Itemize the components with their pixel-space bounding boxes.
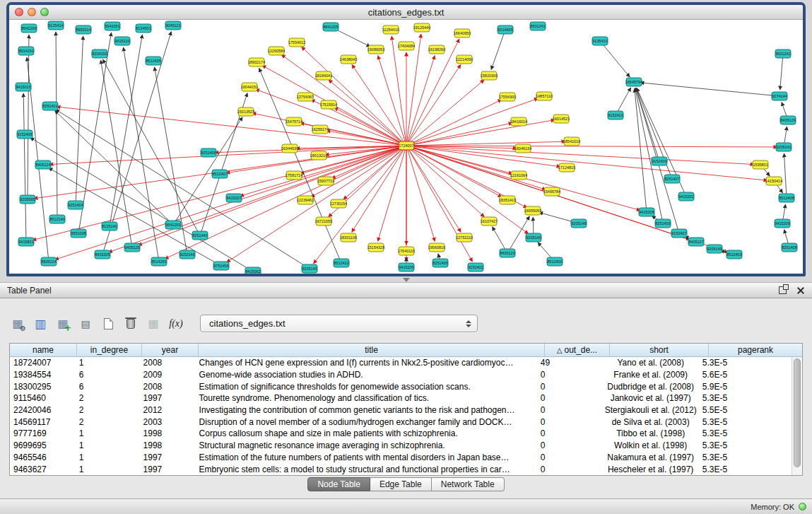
graph-node[interactable]: 9152408 — [17, 130, 33, 139]
graph-node[interactable]: 9274144 — [772, 92, 787, 100]
graph-node[interactable]: 8405120 — [500, 249, 515, 257]
graph-node[interactable]: 8251406 — [201, 148, 216, 157]
graph-node[interactable]: 9551038 — [71, 229, 86, 238]
graph-node[interactable]: 14638040 — [340, 55, 357, 64]
graph-node[interactable]: 16107427 — [481, 217, 498, 226]
create-table-button[interactable] — [99, 315, 117, 333]
row-options-button[interactable]: ▤ — [76, 315, 95, 333]
graph-node[interactable]: 17554300 — [499, 93, 516, 101]
graph-node[interactable]: 9251404 — [68, 201, 83, 209]
graph-node[interactable]: 9415202 — [678, 192, 694, 201]
graph-node[interactable]: 8204150 — [92, 49, 107, 58]
table-row[interactable]: 977716911998Corpus callosum shape and si… — [10, 428, 792, 440]
graph-node[interactable]: 8512410 — [334, 259, 349, 267]
graph-node[interactable]: 9205140 — [526, 233, 541, 242]
graph-node[interactable]: 12214090 — [456, 55, 473, 64]
column-header-in-degree[interactable]: in_degree — [77, 344, 142, 356]
graph-node[interactable]: 9152140 — [180, 250, 195, 259]
edit-columns-button[interactable]: ▦+ — [54, 315, 72, 333]
close-window-button[interactable] — [15, 8, 23, 16]
graph-node[interactable]: 14150414 — [765, 177, 782, 185]
graph-node[interactable]: 19125440 — [413, 23, 430, 32]
graph-node[interactable]: 15013525 — [237, 107, 254, 116]
graph-node[interactable]: 16198260 — [428, 45, 445, 54]
column-header-pagerank[interactable]: pagerank — [709, 344, 802, 356]
tab-node-table[interactable]: Node Table — [307, 477, 370, 491]
graph-node[interactable]: 12730154 — [330, 199, 347, 208]
show-hide-columns-button[interactable]: ▥ — [31, 315, 49, 333]
graph-node[interactable]: 16721055 — [315, 217, 332, 226]
graph-node[interactable]: 17124815 — [558, 163, 575, 172]
graph-node[interactable]: 17554012 — [288, 38, 305, 47]
tab-network-table[interactable]: Network Table — [432, 477, 505, 491]
graph-node[interactable]: 16955059 — [524, 206, 541, 215]
graph-node[interactable]: 8841205 — [323, 23, 339, 31]
graph-node[interactable]: 9152409 — [652, 157, 667, 165]
table-selector[interactable]: citations_edges.txt — [200, 315, 478, 332]
graph-node[interactable]: 8124501 — [136, 24, 151, 33]
graph-node[interactable]: 9205145 — [302, 264, 317, 273]
graph-node[interactable]: 16645794 — [625, 78, 642, 86]
graph-node[interactable]: 9045121 — [165, 21, 181, 30]
graph-node[interactable]: 9405125 — [124, 243, 140, 252]
graph-node[interactable]: 12754367 — [297, 93, 314, 101]
graph-node[interactable]: 9415821 — [18, 238, 34, 246]
graph-node[interactable]: 9205141 — [776, 143, 792, 151]
table-row[interactable]: 1938455462009Genome-wide association stu… — [10, 369, 792, 381]
graph-node[interactable]: 16046134 — [514, 144, 531, 153]
graph-node[interactable]: 12752110 — [456, 233, 473, 242]
graph-node[interactable]: 9135410 — [592, 37, 608, 45]
graph-node[interactable]: 9541051 — [105, 22, 120, 30]
graph-node[interactable]: 8251405 — [433, 259, 448, 267]
column-header-title[interactable]: title — [199, 344, 545, 356]
zoom-window-button[interactable] — [40, 8, 49, 16]
graph-node[interactable]: 17515914 — [320, 100, 337, 109]
column-header-year[interactable]: year — [142, 344, 199, 356]
graph-node[interactable]: 9205149 — [707, 245, 722, 253]
graph-node[interactable]: 14857110 — [536, 92, 553, 100]
graph-node[interactable]: 9415015 — [16, 83, 31, 91]
graph-node[interactable]: 9214405 — [498, 25, 513, 34]
graph-node[interactable]: 8125140 — [102, 222, 117, 230]
table-row[interactable]: 946362711997Embryonic stem cells: a mode… — [10, 463, 792, 475]
graph-node[interactable]: 16255174 — [312, 125, 329, 134]
column-header-name[interactable]: name — [10, 344, 77, 356]
graph-node[interactable]: 15154328 — [367, 243, 384, 252]
graph-node[interactable]: 18351419 — [499, 196, 516, 204]
graph-node[interactable]: 9415209 — [775, 219, 790, 228]
table-scrollbar[interactable] — [792, 357, 802, 475]
column-header-out-degree[interactable]: △ out_de... — [545, 344, 610, 356]
graph-node[interactable]: 17640115 — [398, 247, 415, 255]
graph-node[interactable]: 8405124 — [35, 160, 51, 169]
graph-node[interactable]: 8512407 — [212, 170, 228, 178]
graph-node[interactable]: 18013210 — [310, 151, 327, 160]
graph-node[interactable]: 9205695 — [20, 195, 35, 204]
table-row[interactable]: 1456911722003Disruption of a novel membe… — [10, 416, 792, 428]
minimize-window-button[interactable] — [28, 8, 36, 16]
import-table-button[interactable]: ▦ — [144, 315, 163, 333]
graph-node[interactable]: 19086053 — [367, 45, 384, 54]
graph-node[interactable]: 15495784 — [543, 187, 560, 196]
table-column-settings-button[interactable]: ▦⚙ — [8, 315, 27, 333]
graph-node[interactable]: 8514250 — [151, 257, 167, 266]
graph-node[interactable]: 9152410 — [608, 111, 623, 119]
graph-node[interactable]: 8950214 — [76, 25, 91, 34]
graph-node[interactable]: 8405127 — [688, 238, 704, 246]
graph-node[interactable]: 8501241 — [530, 22, 546, 30]
graph-node[interactable]: 18902174 — [248, 58, 265, 66]
table-row[interactable]: 946554611997Estimation of the future num… — [10, 452, 792, 464]
graph-node[interactable]: 19560816 — [428, 243, 445, 252]
graph-node[interactable]: 18541016 — [563, 137, 580, 146]
graph-node[interactable]: 17404084 — [398, 42, 415, 50]
column-header-short[interactable]: short — [610, 344, 709, 356]
graph-node[interactable]: 18416014 — [510, 117, 527, 126]
graph-node[interactable]: 8512403 — [726, 250, 742, 259]
graph-node[interactable]: 9415120 — [114, 37, 130, 45]
graph-node[interactable]: 8512408 — [779, 194, 794, 202]
graph-node[interactable]: 8251408 — [782, 243, 797, 252]
graph-node[interactable]: 17581714 — [286, 171, 302, 180]
graph-node[interactable]: 9415208 — [639, 208, 654, 216]
graph-node[interactable]: 9415205 — [399, 263, 414, 271]
graph-node[interactable]: 18301106 — [340, 233, 357, 242]
graph-node[interactable]: 9751456 — [213, 262, 229, 270]
